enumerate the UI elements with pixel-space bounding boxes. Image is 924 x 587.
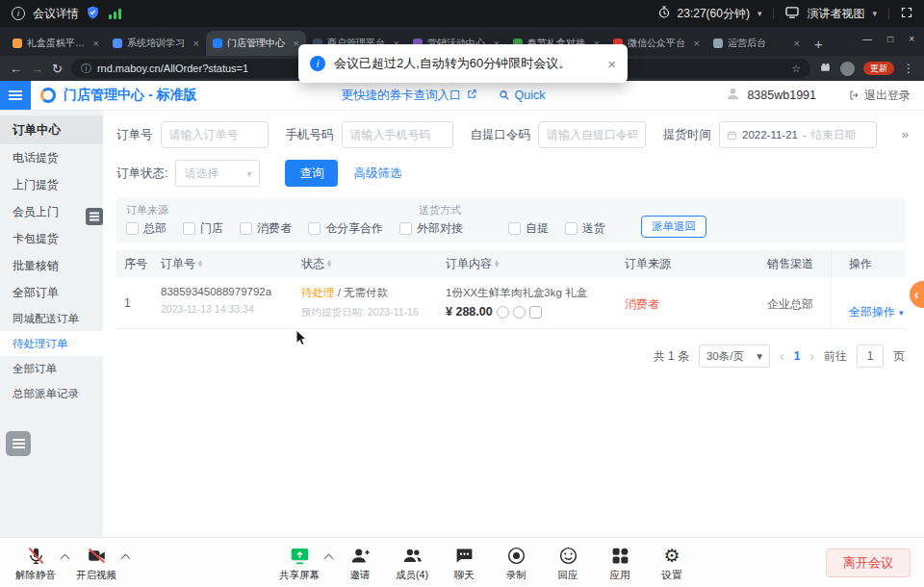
minimize-icon[interactable]: — [862, 34, 872, 44]
sidebar-collapse-toggle[interactable] [86, 208, 103, 225]
fullscreen-icon[interactable] [901, 7, 912, 21]
view-caret-icon[interactable]: ▾ [872, 9, 877, 18]
checkbox-delivery-deliver[interactable]: 送货 [565, 220, 605, 237]
site-info-icon[interactable]: ⓘ [81, 62, 91, 76]
quick-search-link[interactable]: Quick [499, 89, 545, 102]
sidebar-item-all-orders[interactable]: 全部订单 [0, 356, 103, 381]
timer-caret-icon[interactable]: ▾ [757, 9, 762, 18]
order-extra-icon[interactable] [529, 306, 542, 319]
mute-options-caret-icon[interactable] [61, 554, 70, 564]
sort-icon[interactable]: ▴▾ [495, 260, 499, 268]
members-label: 成员(4) [396, 569, 428, 582]
sidebar-item-city-delivery-orders[interactable]: 同城配送订单 [0, 306, 103, 331]
toast-close-icon[interactable]: × [607, 56, 616, 72]
settings-button[interactable]: ⚙ 设置 [646, 543, 698, 582]
share-screen-button[interactable]: 共享屏幕 [273, 543, 325, 582]
sidebar-item-pending-orders[interactable]: 待处理订单 [0, 331, 103, 356]
new-tab-icon[interactable]: + [814, 36, 823, 52]
sidebar-item-batch-verify[interactable]: 批量核销 [0, 252, 103, 279]
tab-close-icon[interactable]: × [794, 38, 800, 49]
forward-icon[interactable]: → [31, 63, 43, 75]
reaction-button[interactable]: 回应 [542, 543, 594, 582]
browser-tab[interactable]: 运营后台× [706, 31, 807, 56]
sort-icon[interactable]: ▴▾ [327, 260, 331, 268]
chat-label: 聊天 [454, 569, 475, 582]
browser-menu-icon[interactable]: ⋮ [903, 62, 914, 75]
microphone-muted-icon [26, 546, 46, 566]
extensions-icon[interactable] [819, 60, 832, 77]
next-page-button[interactable]: › [809, 348, 814, 364]
pickup-date-range-picker[interactable]: 2022-11-21 - 结束日期 [719, 121, 877, 148]
url-text: rnd.maboy.cn/AllOrder?status=1 [97, 63, 248, 74]
mute-button[interactable]: 解除静音 [10, 543, 62, 582]
checkbox-source-store[interactable]: 门店 [183, 220, 223, 237]
filter-collapse-icon[interactable]: » [902, 127, 909, 141]
prev-page-button[interactable]: ‹ [780, 348, 784, 364]
order-no-input[interactable] [161, 121, 269, 148]
meeting-timer[interactable]: 23:27(60分钟) [678, 6, 750, 22]
tab-title: 运营后台 [728, 37, 789, 50]
video-options-caret-icon[interactable] [121, 554, 131, 564]
back-icon[interactable]: ← [10, 63, 22, 75]
logout-button[interactable]: 退出登录 [849, 88, 911, 104]
page-size-select[interactable]: 30条/页 ▾ [699, 345, 770, 368]
sidebar-item-phone-pickup[interactable]: 电话提货 [0, 144, 103, 171]
chat-button[interactable]: 聊天 [438, 543, 490, 582]
apps-label: 应用 [610, 569, 630, 582]
checkbox-source-warehouse-share[interactable]: 仓分享合作 [308, 220, 383, 237]
members-button[interactable]: 成员(4) [386, 543, 438, 582]
close-icon[interactable]: × [909, 34, 914, 44]
current-page[interactable]: 1 [794, 349, 801, 363]
bookmark-star-icon[interactable]: ☆ [791, 63, 801, 75]
record-button[interactable]: 录制 [490, 543, 542, 582]
meeting-toast: i 会议已超过2人,自动转为60分钟限时会议。 × [298, 44, 628, 83]
checkbox-source-external[interactable]: 外部对接 [399, 220, 463, 237]
order-status-select[interactable]: 请选择 ▾ [175, 160, 260, 187]
order-time-value: 2023-11-13 14:33:34 [161, 303, 294, 315]
goto-page-input[interactable] [857, 345, 884, 368]
dispatch-return-button[interactable]: 派单退回 [641, 216, 706, 238]
coupon-query-link[interactable]: 更快捷的券卡查询入口 [341, 88, 461, 104]
sidebar-hamburger-button[interactable] [0, 81, 31, 110]
video-button[interactable]: 开启视频 [70, 543, 122, 582]
apps-grid-icon [610, 546, 630, 566]
phone-input[interactable] [342, 121, 453, 148]
checkbox-source-hq[interactable]: 总部 [126, 220, 167, 237]
tab-close-icon[interactable]: × [193, 38, 199, 49]
checkbox-delivery-self-pickup[interactable]: 自提 [508, 220, 549, 237]
sidebar-item-door-pickup[interactable]: 上门提货 [0, 171, 103, 198]
sidebar-item-all-orders-group[interactable]: 全部订单 [0, 279, 103, 306]
goto-unit: 页 [893, 348, 905, 365]
sidebar-item-hq-dispatch-records[interactable]: 总部派单记录 [0, 381, 103, 406]
checkbox-source-consumer[interactable]: 消费者 [240, 220, 292, 237]
meeting-security-shield-icon[interactable] [87, 6, 99, 22]
invite-button[interactable]: 邀请 [334, 543, 386, 582]
search-button[interactable]: 查询 [285, 160, 338, 187]
advanced-filter-link[interactable]: 高级筛选 [353, 166, 401, 182]
leave-meeting-button[interactable]: 离开会议 [826, 549, 911, 577]
order-extra-icon[interactable] [497, 306, 509, 319]
meeting-details-label[interactable]: 会议详情 [33, 6, 79, 22]
sidebar-section-order-center[interactable]: 订单中心 [0, 115, 103, 144]
meeting-topbar: i 会议详情 23:27(60分钟) ▾ 演讲者视图 ▾ [0, 0, 924, 27]
order-extra-icon[interactable] [513, 306, 526, 319]
tab-close-icon[interactable]: × [93, 38, 99, 49]
refresh-icon[interactable]: ↻ [52, 63, 63, 75]
floating-menu-widget[interactable] [6, 431, 31, 456]
meeting-info-icon[interactable]: i [12, 7, 25, 20]
sort-icon[interactable]: ▴▾ [198, 260, 202, 268]
filter-panel: 订单来源 送货方式 总部 门店 消费者 仓分享合作 外部对接 自提 送货 派单退… [116, 198, 906, 242]
maximize-icon[interactable]: □ [887, 34, 893, 44]
browser-profile-avatar[interactable] [840, 62, 855, 76]
browser-update-button[interactable]: 更新 [863, 62, 894, 76]
sidebar-item-card-pickup[interactable]: 卡包提货 [0, 225, 103, 252]
pickup-code-input[interactable] [538, 121, 646, 148]
browser-tab-active[interactable]: 门店管理中心× [206, 31, 306, 56]
all-actions-dropdown[interactable]: 全部操作 ▾ [839, 285, 904, 320]
browser-tab[interactable]: 礼盒蛋糕平台管理中心× [6, 31, 106, 56]
apps-button[interactable]: 应用 [594, 543, 646, 582]
share-options-caret-icon[interactable] [324, 554, 334, 564]
view-mode-label[interactable]: 演讲者视图 [807, 6, 864, 22]
tab-close-icon[interactable]: × [694, 38, 700, 49]
browser-tab[interactable]: 系统培训学习× [106, 31, 206, 56]
